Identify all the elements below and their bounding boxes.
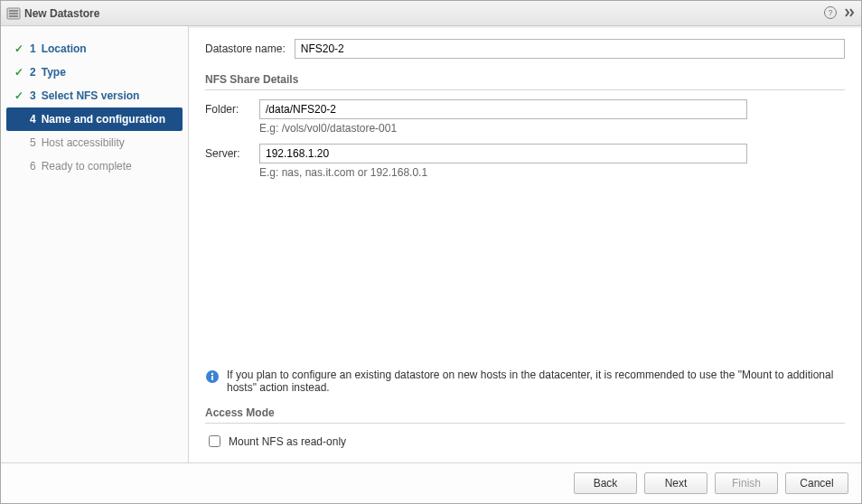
svg-rect-2 bbox=[9, 13, 18, 14]
datastore-name-label: Datastore name: bbox=[205, 42, 286, 55]
mount-readonly-label: Mount NFS as read-only bbox=[229, 435, 346, 448]
step-label: Ready to complete bbox=[42, 160, 132, 173]
svg-text:?: ? bbox=[828, 8, 832, 17]
wizard-content: Datastore name: NFS Share Details Folder… bbox=[189, 26, 861, 462]
mount-readonly-checkbox[interactable] bbox=[209, 435, 220, 447]
step-nfs-version[interactable]: ✓ 3 Select NFS version bbox=[1, 84, 188, 107]
info-text: If you plan to configure an existing dat… bbox=[227, 369, 845, 394]
step-name-config[interactable]: ✓ 4 Name and configuration bbox=[6, 107, 183, 131]
info-message: If you plan to configure an existing dat… bbox=[205, 369, 845, 394]
wizard-footer: Back Next Finish Cancel bbox=[1, 462, 861, 503]
check-icon: ✓ bbox=[12, 42, 26, 55]
next-button[interactable]: Next bbox=[644, 472, 707, 494]
step-location[interactable]: ✓ 1 Location bbox=[1, 37, 188, 61]
step-label: Location bbox=[42, 42, 87, 55]
server-hint: E.g: nas, nas.it.com or 192.168.0.1 bbox=[259, 166, 747, 179]
svg-rect-8 bbox=[211, 376, 213, 380]
back-button[interactable]: Back bbox=[574, 472, 637, 494]
svg-rect-1 bbox=[9, 10, 18, 12]
server-label: Server: bbox=[205, 144, 259, 160]
step-label: Type bbox=[42, 66, 66, 79]
step-label: Name and configuration bbox=[42, 113, 165, 126]
wizard-window: New Datastore ? ✓ 1 Location bbox=[0, 0, 862, 504]
help-icon[interactable]: ? bbox=[823, 5, 838, 23]
titlebar: New Datastore ? bbox=[1, 1, 861, 26]
folder-hint: E.g: /vols/vol0/datastore-001 bbox=[259, 122, 747, 135]
window-title: New Datastore bbox=[24, 7, 99, 20]
datastore-name-input[interactable] bbox=[295, 39, 845, 59]
wizard-steps-sidebar: ✓ 1 Location ✓ 2 Type ✓ 3 Select NFS ver… bbox=[1, 26, 189, 462]
step-label: Select NFS version bbox=[42, 89, 140, 102]
info-icon bbox=[205, 369, 220, 387]
server-input[interactable] bbox=[259, 144, 747, 163]
svg-point-7 bbox=[211, 373, 213, 375]
cancel-button[interactable]: Cancel bbox=[785, 472, 848, 494]
step-label: Host accessibility bbox=[42, 136, 125, 149]
svg-rect-3 bbox=[9, 15, 18, 17]
expand-icon[interactable] bbox=[843, 6, 856, 22]
folder-label: Folder: bbox=[205, 99, 259, 116]
check-icon: ✓ bbox=[12, 66, 26, 79]
folder-input[interactable] bbox=[259, 99, 747, 119]
finish-button[interactable]: Finish bbox=[715, 472, 778, 494]
step-type[interactable]: ✓ 2 Type bbox=[1, 61, 188, 84]
step-host-accessibility[interactable]: ✓ 5 Host accessibility bbox=[1, 131, 188, 154]
check-icon: ✓ bbox=[12, 89, 26, 102]
step-ready-complete[interactable]: ✓ 6 Ready to complete bbox=[1, 154, 188, 178]
nfs-section-title: NFS Share Details bbox=[205, 73, 845, 90]
datastore-icon bbox=[6, 6, 21, 21]
access-mode-title: Access Mode bbox=[205, 406, 845, 424]
